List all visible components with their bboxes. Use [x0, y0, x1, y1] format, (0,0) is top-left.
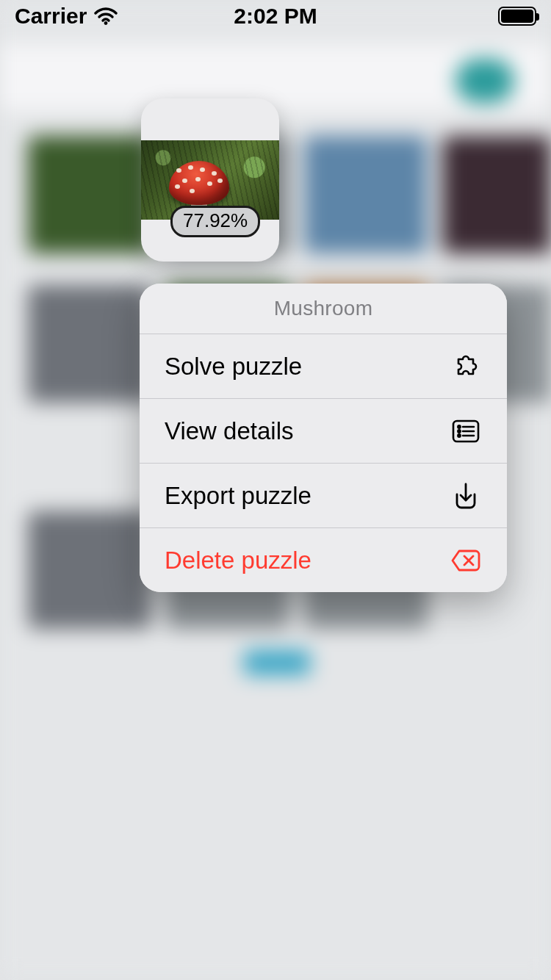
menu-item-delete[interactable]: Delete puzzle: [140, 527, 507, 592]
status-bar: Carrier 2:02 PM: [0, 0, 551, 32]
delete-backspace-icon: [450, 544, 482, 577]
menu-title: Mushroom: [140, 284, 507, 334]
download-icon: [450, 480, 482, 512]
svg-point-4: [458, 434, 460, 436]
svg-point-3: [458, 430, 460, 432]
puzzle-piece-icon: [450, 350, 482, 383]
list-details-icon: [450, 415, 482, 447]
menu-item-label: View details: [165, 417, 294, 445]
menu-item-label: Export puzzle: [165, 482, 311, 510]
menu-item-details[interactable]: View details: [140, 398, 507, 463]
svg-point-2: [458, 425, 460, 428]
context-menu: Mushroom Solve puzzle View details Expor…: [140, 284, 507, 592]
clock: 2:02 PM: [0, 4, 551, 29]
menu-item-label: Solve puzzle: [165, 353, 302, 381]
menu-item-export[interactable]: Export puzzle: [140, 463, 507, 527]
battery-icon: [498, 7, 536, 26]
progress-badge: 77.92%: [170, 206, 260, 237]
menu-item-solve[interactable]: Solve puzzle: [140, 334, 507, 398]
puzzle-preview-card[interactable]: 77.92%: [141, 98, 279, 262]
menu-item-label: Delete puzzle: [165, 547, 311, 574]
